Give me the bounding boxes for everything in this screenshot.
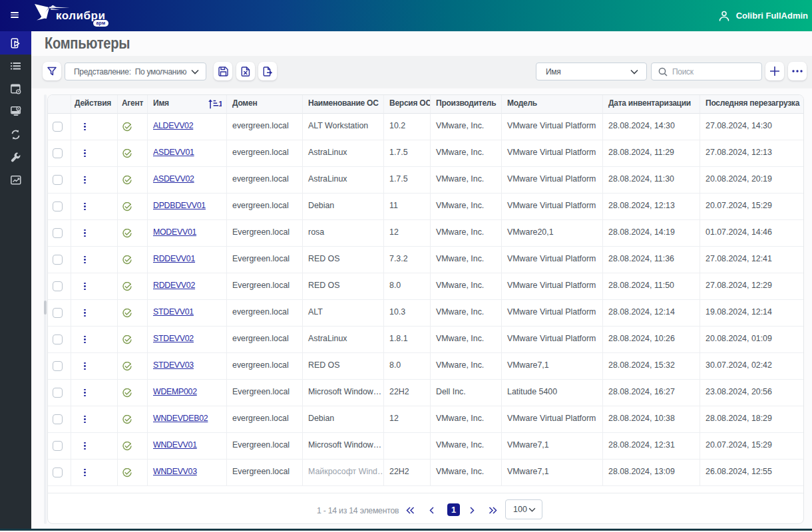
svg-text:1: 1 (219, 100, 222, 108)
